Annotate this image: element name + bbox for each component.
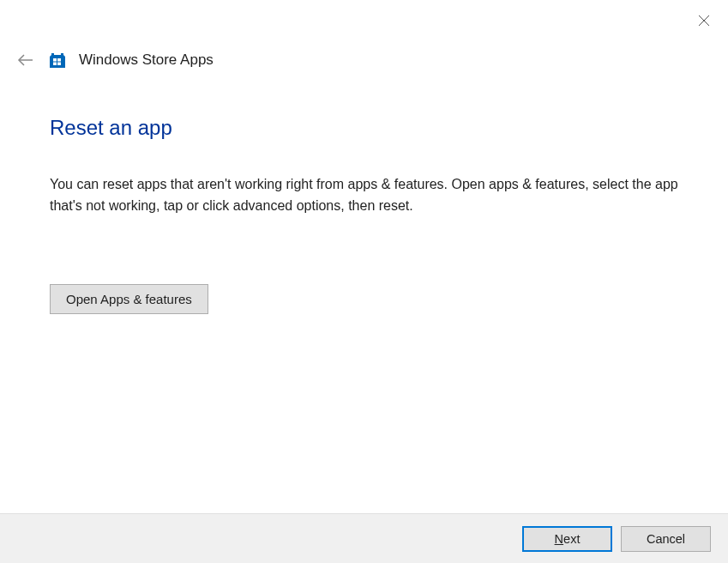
- close-button[interactable]: [695, 12, 713, 29]
- open-apps-features-button[interactable]: Open Apps & features: [50, 284, 208, 314]
- footer: Next Cancel: [0, 513, 728, 563]
- arrow-left-icon: [16, 51, 35, 70]
- next-button[interactable]: Next: [522, 526, 612, 552]
- close-icon: [698, 15, 710, 27]
- cancel-button[interactable]: Cancel: [621, 526, 711, 552]
- page-title: Reset an app: [50, 116, 702, 140]
- back-button[interactable]: [15, 50, 36, 70]
- svg-rect-5: [53, 63, 57, 66]
- header: Windows Store Apps: [15, 50, 214, 70]
- svg-rect-4: [57, 58, 61, 62]
- header-title: Windows Store Apps: [79, 51, 214, 69]
- main-content: Reset an app You can reset apps that are…: [50, 116, 702, 314]
- windows-store-icon: [48, 51, 67, 70]
- svg-rect-3: [53, 58, 57, 62]
- description-text: You can reset apps that aren't working r…: [50, 174, 702, 217]
- svg-rect-6: [57, 63, 61, 66]
